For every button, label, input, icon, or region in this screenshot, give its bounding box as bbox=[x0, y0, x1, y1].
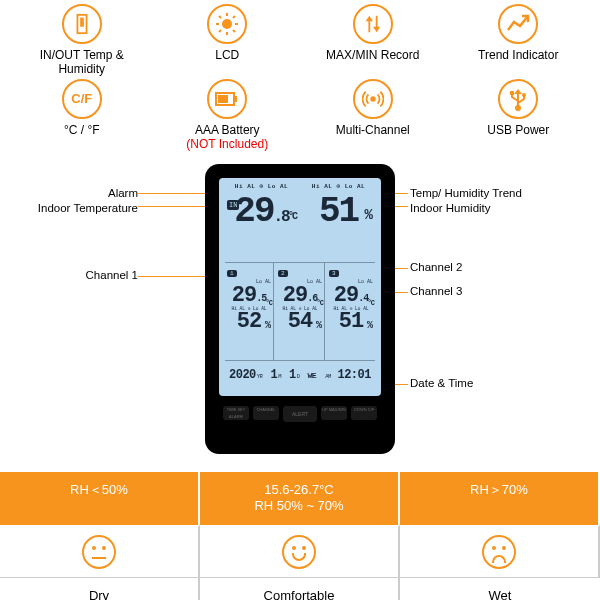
feature-battery: AAA Battery(NOT Included) bbox=[156, 79, 300, 152]
comfort-label-dry: Dry bbox=[0, 577, 200, 600]
feature-label: Trend Indicator bbox=[447, 48, 591, 76]
svg-line-9 bbox=[219, 30, 221, 32]
lcd-screen: Hi AL ⊙ Lo AL IN 29.8°C Hi AL ⊙ Lo AL ▲ … bbox=[219, 178, 381, 396]
feature-multichannel: Multi-Channel bbox=[301, 79, 445, 152]
svg-point-18 bbox=[522, 93, 526, 97]
battery-icon bbox=[207, 79, 247, 119]
feature-label: USB Power bbox=[447, 123, 591, 151]
channel-1: 1 Lo AL 29.5°C Hi AL ⊙ Lo AL 52% bbox=[225, 263, 274, 360]
main-humidity: 51% bbox=[302, 194, 375, 230]
comfort-label-wet: Wet bbox=[400, 577, 600, 600]
face-dry bbox=[0, 525, 200, 577]
comfort-header-wet: RH＞70% bbox=[400, 472, 600, 526]
feature-lcd: LCD bbox=[156, 4, 300, 77]
sun-icon bbox=[207, 4, 247, 44]
feature-maxmin: MAX/MIN Record bbox=[301, 4, 445, 77]
svg-rect-13 bbox=[218, 95, 228, 103]
feature-label: AAA Battery bbox=[195, 123, 260, 137]
button-row: TIME SET ALARM CHANNEL ALERT UP MAX/MIN … bbox=[219, 406, 381, 422]
thermo-icon bbox=[62, 4, 102, 44]
callout-ch2: Channel 2 bbox=[410, 260, 462, 275]
feature-label: IN/OUT Temp & bbox=[40, 48, 124, 62]
device-diagram: AlarmIndoor Temperature Channel 1 Temp/ … bbox=[0, 160, 600, 470]
callout-datetime: Date & Time bbox=[410, 376, 473, 391]
face-wet bbox=[400, 525, 600, 577]
svg-point-2 bbox=[222, 19, 232, 29]
callout-trend: Temp/ Humidity TrendIndoor Humidity bbox=[410, 186, 522, 216]
comfort-header-dry: RH＜50% bbox=[0, 472, 200, 526]
up-button[interactable]: UP MAX/MIN bbox=[321, 406, 347, 420]
callout-ch3: Channel 3 bbox=[410, 284, 462, 299]
svg-rect-12 bbox=[234, 96, 237, 102]
svg-line-8 bbox=[233, 30, 235, 32]
timeset-button[interactable]: TIME SET ALARM bbox=[223, 406, 249, 420]
callout-alarm: AlarmIndoor Temperature bbox=[8, 186, 138, 216]
feature-inout: IN/OUT Temp &Humidity bbox=[10, 4, 154, 77]
callout-ch1: Channel 1 bbox=[8, 268, 138, 283]
main-temp: 29.8°C bbox=[225, 194, 298, 230]
hilo-label: Hi AL ⊙ Lo AL bbox=[225, 182, 298, 190]
signal-icon bbox=[353, 79, 393, 119]
date-time-row: 2020YR 1M 1D WE AM 12:01 bbox=[225, 360, 375, 390]
feature-usb: USB Power bbox=[447, 79, 591, 152]
face-comfortable bbox=[200, 525, 400, 577]
svg-rect-1 bbox=[80, 18, 84, 27]
channel-3: 3 Lo AL 29.4°C Hi AL ⊙ Lo AL 51% bbox=[327, 263, 375, 360]
updown-icon bbox=[353, 4, 393, 44]
trend-icon bbox=[498, 4, 538, 44]
down-button[interactable]: DOWN C/F bbox=[351, 406, 377, 420]
feature-label: Multi-Channel bbox=[301, 123, 445, 151]
svg-line-10 bbox=[233, 16, 235, 18]
svg-rect-17 bbox=[510, 91, 514, 95]
feature-cf: C/F °C / °F bbox=[10, 79, 154, 152]
device-body: Hi AL ⊙ Lo AL IN 29.8°C Hi AL ⊙ Lo AL ▲ … bbox=[205, 164, 395, 454]
feature-label: MAX/MIN Record bbox=[301, 48, 445, 76]
comfort-label-comfortable: Comfortable bbox=[200, 577, 400, 600]
usb-icon bbox=[498, 79, 538, 119]
alert-button[interactable]: ALERT bbox=[283, 406, 317, 422]
svg-line-7 bbox=[219, 16, 221, 18]
svg-point-14 bbox=[371, 97, 375, 101]
hilo-label: Hi AL ⊙ Lo AL bbox=[302, 182, 375, 190]
comfort-header-comfortable: 15.6-26.7°CRH 50% ~ 70% bbox=[200, 472, 400, 526]
channel-button[interactable]: CHANNEL bbox=[253, 406, 279, 420]
feature-trend: Trend Indicator bbox=[447, 4, 591, 77]
feature-label: °C / °F bbox=[10, 123, 154, 151]
channel-2: 2 Lo AL 29.6°C Hi AL ⊙ Lo AL 54% bbox=[276, 263, 325, 360]
feature-label: LCD bbox=[156, 48, 300, 76]
comfort-table: RH＜50% 15.6-26.7°CRH 50% ~ 70% RH＞70% Dr… bbox=[0, 470, 600, 600]
feature-grid: IN/OUT Temp &Humidity LCD MAX/MIN Record… bbox=[0, 0, 600, 160]
cf-icon: C/F bbox=[62, 79, 102, 119]
